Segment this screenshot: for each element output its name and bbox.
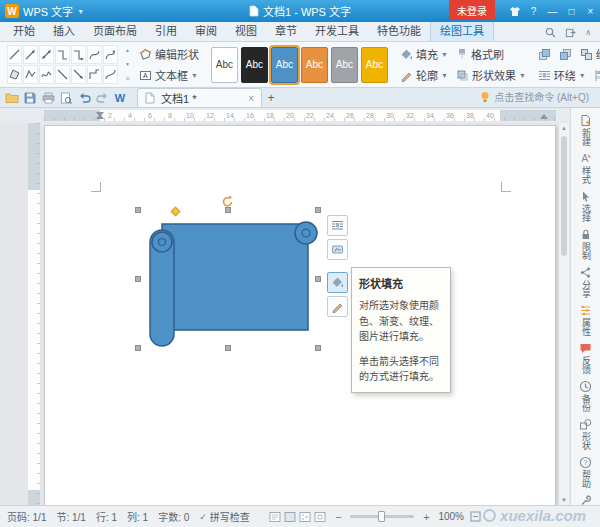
- fullscreen-view-icon[interactable]: [284, 512, 296, 522]
- left-indent-marker[interactable]: [96, 114, 104, 119]
- shape-effects-button[interactable]: 形状效果 ▼: [456, 67, 526, 83]
- ribbon-tab[interactable]: 章节: [266, 22, 306, 41]
- resize-handle-nw[interactable]: [135, 207, 141, 213]
- scroll-down-icon[interactable]: ▼: [559, 497, 569, 503]
- ribbon-tab[interactable]: 开发工具: [306, 22, 368, 41]
- right-indent-marker[interactable]: [540, 114, 548, 119]
- sidebar-item-select[interactable]: 选择: [571, 187, 600, 225]
- shape-style-preset[interactable]: Abc: [331, 47, 358, 83]
- outline-view-icon[interactable]: [299, 512, 311, 522]
- shape-style-preset[interactable]: Abc: [301, 47, 328, 83]
- sidebar-item-properties[interactable]: 属性: [571, 301, 600, 339]
- open-button[interactable]: [3, 89, 21, 106]
- ribbon-tab[interactable]: 开始: [4, 22, 44, 41]
- shape-style-preset[interactable]: Abc: [211, 47, 238, 83]
- ribbon-tab[interactable]: 绘图工具: [430, 21, 494, 41]
- sidebar-item-share[interactable]: 分享: [571, 263, 600, 301]
- sidebar-item-new[interactable]: 新建: [571, 111, 600, 149]
- resize-handle-sw[interactable]: [135, 345, 141, 351]
- line-shape-option[interactable]: [7, 65, 22, 84]
- line-shape-option[interactable]: [103, 45, 118, 64]
- document-tab[interactable]: 文档1 * ×: [137, 88, 262, 107]
- sidebar-item-feedback[interactable]: 反馈: [571, 339, 600, 377]
- scrollbar-thumb[interactable]: [561, 136, 567, 256]
- line-shape-option[interactable]: [7, 45, 22, 64]
- line-shape-option[interactable]: [103, 65, 118, 84]
- layout-options-button[interactable]: [327, 215, 348, 236]
- horizontal-ruler[interactable]: 246810121416182022242628303234363840: [44, 110, 556, 121]
- sidebar-item-help[interactable]: ? 帮助: [571, 453, 600, 491]
- scroll-shape[interactable]: [146, 212, 320, 348]
- sidebar-item-backup[interactable]: 备份: [571, 377, 600, 415]
- line-shape-option[interactable]: [23, 45, 38, 64]
- resize-handle-w[interactable]: [135, 276, 141, 282]
- shape-outline-button[interactable]: [327, 296, 348, 317]
- sidebar-item-restrict[interactable]: 限制: [571, 225, 600, 263]
- line-shape-option[interactable]: [87, 45, 102, 64]
- resize-handle-s[interactable]: [225, 345, 231, 351]
- resize-handle-ne[interactable]: [315, 207, 321, 213]
- zoom-in-button[interactable]: +: [420, 511, 432, 523]
- zoom-out-button[interactable]: −: [332, 511, 344, 523]
- scroll-up-icon[interactable]: ▲: [559, 125, 569, 131]
- line-shape-option[interactable]: [55, 65, 70, 84]
- resize-handle-e[interactable]: [315, 276, 321, 282]
- line-shape-option[interactable]: [87, 65, 102, 84]
- rotate-handle[interactable]: [221, 195, 234, 208]
- gallery-up-icon[interactable]: ▲: [125, 47, 130, 53]
- ribbon-tab[interactable]: 审阅: [186, 22, 226, 41]
- print-preview-button[interactable]: [57, 89, 75, 106]
- search-icon[interactable]: [545, 27, 556, 38]
- print-button[interactable]: [39, 89, 57, 106]
- new-tab-button[interactable]: +: [262, 89, 280, 106]
- shape-style-preset[interactable]: Abc: [241, 47, 268, 83]
- app-menu-chevron-down-icon[interactable]: ▼: [77, 8, 84, 15]
- close-button[interactable]: ×: [581, 0, 600, 22]
- gallery-more-icon[interactable]: ≡: [125, 75, 129, 82]
- share-document-icon[interactable]: [565, 27, 576, 38]
- status-word-count[interactable]: 字数: 0: [158, 509, 189, 524]
- command-search[interactable]: 点击查找命令 (Alt+Q): [480, 89, 597, 107]
- shape-style-button[interactable]: [327, 239, 348, 260]
- wps-home-button[interactable]: W: [111, 89, 129, 106]
- shape-style-preset[interactable]: Abc: [361, 47, 388, 83]
- minimize-button[interactable]: —: [543, 0, 562, 22]
- gallery-down-icon[interactable]: ▼: [125, 61, 130, 67]
- textbox-button[interactable]: A 文本框 ▼: [139, 67, 198, 83]
- ribbon-tab[interactable]: 视图: [226, 22, 266, 41]
- send-backward-button[interactable]: [559, 48, 572, 61]
- page-view-icon[interactable]: [269, 512, 281, 522]
- ribbon-tab[interactable]: 页面布局: [84, 22, 146, 41]
- line-shape-option[interactable]: [23, 65, 38, 84]
- fill-button[interactable]: 填充 ▼: [400, 46, 448, 62]
- wps-logo[interactable]: W: [5, 4, 19, 18]
- close-tab-icon[interactable]: ×: [248, 93, 254, 104]
- login-button[interactable]: 未登录: [449, 0, 495, 20]
- edit-shape-button[interactable]: 编辑形状: [139, 46, 199, 62]
- line-shape-option[interactable]: [39, 45, 54, 64]
- web-view-icon[interactable]: [314, 512, 326, 522]
- wrap-button[interactable]: 环绕 ▼: [538, 67, 586, 83]
- vertical-ruler[interactable]: [28, 123, 40, 505]
- bring-forward-button[interactable]: [538, 48, 551, 61]
- ribbon-tab[interactable]: 特色功能: [368, 22, 430, 41]
- sidebar-item-styles[interactable]: A 样式: [571, 149, 600, 187]
- line-shape-option[interactable]: [71, 45, 86, 64]
- fit-page-icon[interactable]: [470, 511, 481, 522]
- outline-button[interactable]: 轮廓 ▼: [400, 67, 448, 83]
- help-icon[interactable]: ?: [524, 0, 543, 22]
- format-painter-button[interactable]: 格式刷: [456, 46, 504, 62]
- shape-style-preset[interactable]: Abc: [271, 47, 298, 83]
- zoom-slider-thumb[interactable]: [378, 511, 385, 522]
- collapse-ribbon-icon[interactable]: ∧: [585, 28, 591, 37]
- zoom-slider[interactable]: [350, 515, 414, 518]
- vertical-scrollbar[interactable]: ▲ ▼: [558, 123, 569, 505]
- undo-button[interactable]: [75, 89, 93, 106]
- align-button[interactable]: 对齐 ▼: [594, 67, 600, 83]
- line-shape-option[interactable]: [39, 65, 54, 84]
- spell-check-toggle[interactable]: ✓ 拼写检查: [199, 509, 250, 524]
- sidebar-item-shapes[interactable]: 形状: [571, 415, 600, 453]
- zoom-level[interactable]: 100%: [438, 511, 464, 522]
- shape-fill-button[interactable]: [327, 272, 348, 293]
- line-shape-option[interactable]: [55, 45, 70, 64]
